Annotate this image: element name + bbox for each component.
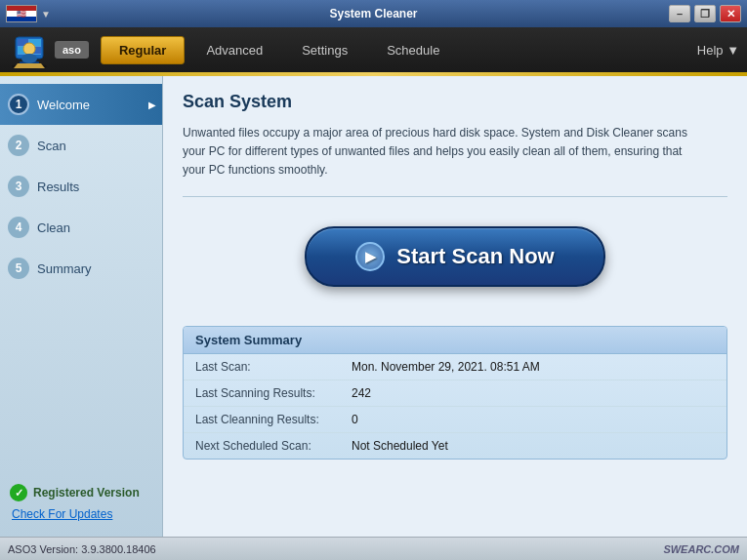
tab-settings[interactable]: Settings [284, 37, 365, 63]
nav-bar: aso Regular Advanced Settings Schedule H… [0, 27, 747, 72]
sidebar-label-clean: Clean [37, 220, 70, 235]
last-scan-label: Last Scan: [195, 360, 352, 374]
step-2-circle: 2 [8, 135, 29, 156]
summary-row-last-scan: Last Scan: Mon. November 29, 2021. 08:51… [184, 354, 726, 380]
clean-results-label: Last Cleanning Results: [195, 413, 352, 426]
sidebar-item-welcome[interactable]: 1 Welcome [0, 84, 162, 125]
clean-results-value: 0 [352, 413, 358, 426]
scan-results-value: 242 [352, 386, 371, 400]
sidebar-label-scan: Scan [37, 139, 66, 153]
step-4-circle: 4 [8, 217, 29, 238]
summary-row-scan-results: Last Scanning Results: 242 [184, 380, 726, 407]
sidebar-item-results[interactable]: 3 Results [0, 166, 162, 207]
main-layout: 1 Welcome 2 Scan 3 Results 4 Clean 5 Sum… [0, 76, 747, 537]
sidebar-label-welcome: Welcome [37, 98, 90, 112]
flag-icon: 🇺🇸 [6, 5, 37, 22]
sidebar-item-summary[interactable]: 5 Summary [0, 248, 162, 289]
sidebar-label-results: Results [37, 180, 79, 194]
aso-badge[interactable]: aso [55, 41, 89, 59]
sidebar-bottom: ✓ Registered Version Check For Updates [0, 476, 162, 529]
content-area: Scan System Unwanted files occupy a majo… [163, 76, 747, 537]
tab-schedule[interactable]: Schedule [369, 37, 457, 63]
check-updates-link[interactable]: Check For Updates [12, 507, 152, 521]
window-title: System Cleaner [329, 7, 417, 20]
sidebar-item-clean[interactable]: 4 Clean [0, 207, 162, 248]
check-icon: ✓ [10, 484, 27, 501]
summary-box: System Summary Last Scan: Mon. November … [183, 326, 727, 460]
minimize-button[interactable]: – [669, 5, 690, 22]
sidebar-item-scan[interactable]: 2 Scan [0, 125, 162, 166]
swearc-logo: SWEARC.COM [663, 543, 739, 555]
step-1-circle: 1 [8, 94, 29, 115]
logo-area: aso [8, 29, 89, 70]
summary-row-clean-results: Last Cleanning Results: 0 [184, 407, 726, 433]
svg-point-11 [21, 54, 37, 63]
windows-logo-icon [8, 29, 51, 70]
title-bar: 🇺🇸 ▼ System Cleaner – ❐ ✕ [0, 0, 747, 27]
flag-area: 🇺🇸 ▼ [6, 5, 51, 22]
sidebar-label-summary: Summary [37, 261, 92, 276]
registered-label: Registered Version [33, 486, 140, 500]
status-bar: ASO3 Version: 3.9.3800.18406 SWEARC.COM [0, 537, 747, 560]
close-button[interactable]: ✕ [720, 5, 741, 22]
registered-badge: ✓ Registered Version [10, 484, 152, 501]
start-scan-button[interactable]: ▶ Start Scan Now [305, 226, 604, 287]
svg-marker-9 [14, 63, 45, 68]
restore-button[interactable]: ❐ [694, 5, 716, 22]
scan-button-wrapper: ▶ Start Scan Now [183, 226, 727, 287]
version-text: ASO3 Version: 3.9.3800.18406 [8, 543, 156, 555]
summary-header: System Summary [184, 327, 726, 354]
summary-row-next-scan: Next Scheduled Scan: Not Scheduled Yet [184, 433, 726, 459]
step-5-circle: 5 [8, 258, 29, 279]
window-controls: – ❐ ✕ [669, 5, 741, 22]
content-divider [183, 196, 727, 197]
svg-point-10 [23, 43, 35, 55]
scan-results-label: Last Scanning Results: [195, 386, 352, 400]
help-button[interactable]: Help ▼ [697, 43, 739, 58]
step-3-circle: 3 [8, 176, 29, 197]
tab-regular[interactable]: Regular [101, 36, 185, 64]
next-scan-label: Next Scheduled Scan: [195, 439, 352, 453]
page-description: Unwanted files occupy a major area of pr… [183, 124, 690, 180]
tab-advanced[interactable]: Advanced [188, 37, 280, 63]
play-icon: ▶ [355, 242, 385, 271]
scan-button-label: Start Scan Now [396, 244, 554, 269]
last-scan-value: Mon. November 29, 2021. 08:51 AM [352, 360, 540, 374]
sidebar: 1 Welcome 2 Scan 3 Results 4 Clean 5 Sum… [0, 76, 163, 537]
next-scan-value: Not Scheduled Yet [352, 439, 448, 453]
page-title: Scan System [183, 92, 727, 112]
